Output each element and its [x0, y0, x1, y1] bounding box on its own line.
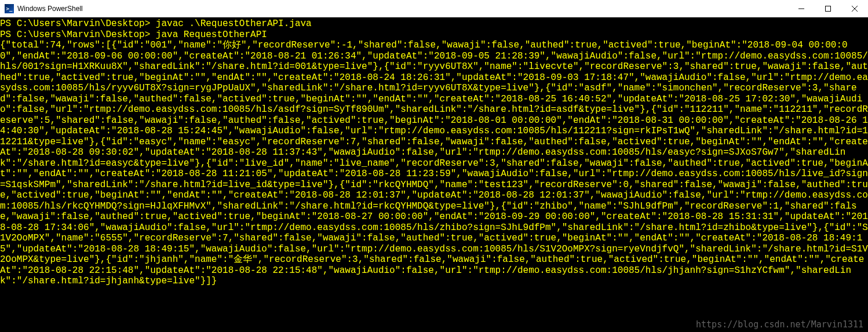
command-2: java RequestOtherAPI	[156, 30, 267, 40]
json-output: {"total":74,"rows":[{"id":"001","name":"…	[0, 40, 868, 286]
prompt-2: PS C:\Users\Marvin\Desktop>	[0, 30, 156, 40]
prompt-1: PS C:\Users\Marvin\Desktop>	[0, 19, 156, 29]
terminal-content[interactable]: PS C:\Users\Marvin\Desktop> javac .\Requ…	[0, 17, 868, 332]
window-title: Windows PowerShell	[17, 5, 83, 13]
svg-rect-1	[826, 6, 831, 11]
watermark-text: https://blog.csdn.net/Marvin1311	[696, 319, 863, 330]
minimize-button[interactable]	[788, 0, 815, 17]
maximize-button[interactable]	[815, 0, 841, 17]
close-button[interactable]	[841, 0, 868, 17]
command-1: javac .\RequestOtherAPI.java	[156, 19, 312, 29]
window-controls	[788, 0, 868, 17]
window-titlebar: >_ Windows PowerShell	[0, 0, 868, 17]
titlebar-left: >_ Windows PowerShell	[5, 4, 83, 13]
powershell-icon: >_	[5, 4, 14, 13]
command-line-2: PS C:\Users\Marvin\Desktop> java Request…	[0, 30, 267, 40]
command-line-1: PS C:\Users\Marvin\Desktop> javac .\Requ…	[0, 19, 312, 29]
